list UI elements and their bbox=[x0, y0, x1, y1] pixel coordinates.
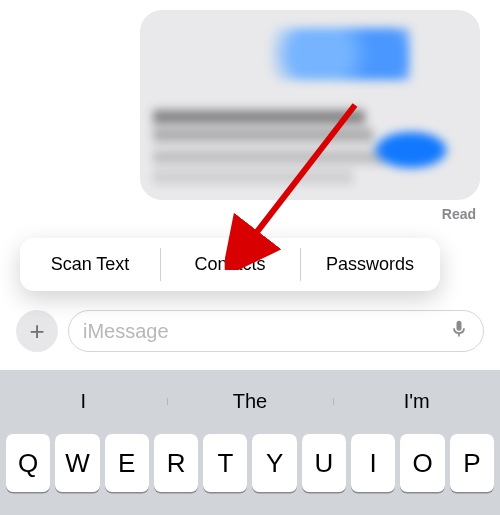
sent-message-bubble[interactable] bbox=[140, 10, 480, 200]
menu-item-passwords[interactable]: Passwords bbox=[300, 238, 440, 291]
dictation-icon[interactable] bbox=[449, 317, 469, 346]
plus-icon: + bbox=[29, 318, 44, 344]
redacted-content bbox=[154, 110, 364, 124]
message-input[interactable]: iMessage bbox=[68, 310, 484, 352]
read-receipt: Read bbox=[0, 200, 500, 230]
conversation-area bbox=[0, 0, 500, 200]
redacted-content bbox=[154, 150, 384, 164]
key-i[interactable]: I bbox=[351, 434, 395, 492]
key-u[interactable]: U bbox=[302, 434, 346, 492]
redacted-content bbox=[270, 28, 410, 80]
input-context-menu: Scan Text Contacts Passwords bbox=[20, 238, 440, 291]
redacted-content bbox=[154, 170, 354, 184]
suggestion-3[interactable]: I'm bbox=[333, 390, 500, 413]
key-p[interactable]: P bbox=[450, 434, 494, 492]
key-w[interactable]: W bbox=[55, 434, 99, 492]
key-q[interactable]: Q bbox=[6, 434, 50, 492]
add-attachment-button[interactable]: + bbox=[16, 310, 58, 352]
suggestion-1[interactable]: I bbox=[0, 390, 167, 413]
menu-item-contacts[interactable]: Contacts bbox=[160, 238, 300, 291]
quicktype-suggestion-bar: I The I'm bbox=[0, 376, 500, 426]
software-keyboard: I The I'm Q W E R T Y U I O P bbox=[0, 370, 500, 515]
key-y[interactable]: Y bbox=[252, 434, 296, 492]
menu-item-scan-text[interactable]: Scan Text bbox=[20, 238, 160, 291]
key-t[interactable]: T bbox=[203, 434, 247, 492]
compose-bar: + iMessage bbox=[0, 310, 500, 352]
keyboard-row-1: Q W E R T Y U I O P bbox=[0, 426, 500, 492]
redacted-content bbox=[356, 122, 466, 178]
key-r[interactable]: R bbox=[154, 434, 198, 492]
key-o[interactable]: O bbox=[400, 434, 444, 492]
message-input-placeholder: iMessage bbox=[83, 320, 169, 343]
redacted-content bbox=[154, 128, 374, 142]
key-e[interactable]: E bbox=[105, 434, 149, 492]
suggestion-2[interactable]: The bbox=[167, 390, 334, 413]
